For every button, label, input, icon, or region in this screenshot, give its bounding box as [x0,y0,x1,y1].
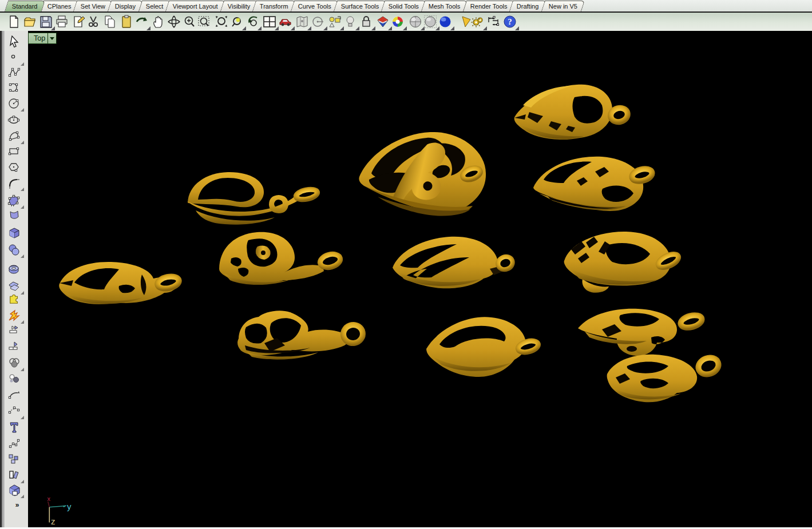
svg-text:?: ? [508,17,512,26]
